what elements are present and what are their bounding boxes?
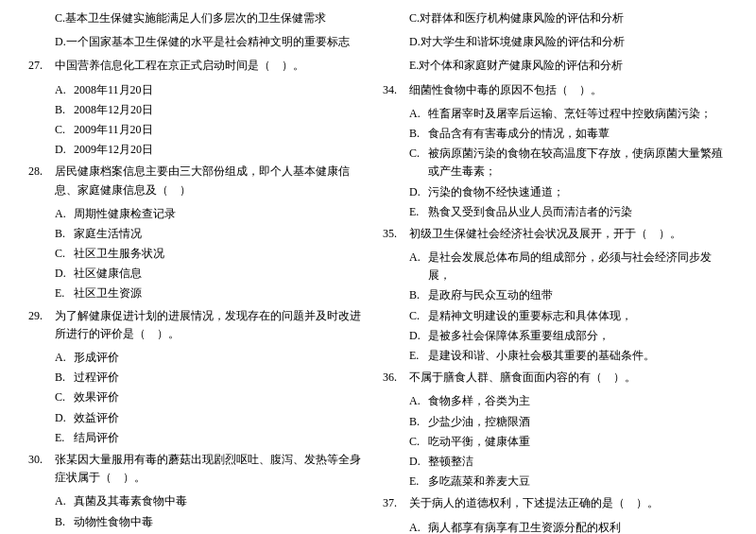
- option-row: A.形成评价: [55, 349, 369, 367]
- question-block: C.对群体和医疗机构健康风险的评估和分析: [383, 9, 728, 27]
- option-label: E.: [409, 347, 428, 365]
- option-row: C.是精神文明建设的重要标志和具体体现，: [409, 307, 728, 325]
- option-text: 污染的食物不经快速通道；: [428, 183, 564, 201]
- option-text: 多吃蔬菜和养麦大豆: [428, 473, 530, 491]
- option-text: 吃动平衡，健康体重: [428, 433, 530, 451]
- question-number-empty: [383, 33, 409, 51]
- question-number: 28.: [28, 163, 55, 198]
- option-text: 形成评价: [74, 349, 119, 367]
- option-label: C.: [55, 245, 74, 263]
- continuation-text: D.对大学生和谐坏境健康风险的评估和分析: [409, 33, 728, 51]
- option-text: 是政府与民众互动的纽带: [428, 286, 553, 304]
- question-block: 35.初级卫生保健社会经济社会状况及展开，开于（ ）。: [383, 225, 728, 243]
- option-label: A.: [409, 105, 428, 123]
- question-number: 36.: [383, 369, 409, 387]
- option-label: A.: [409, 392, 428, 410]
- right-column: C.对群体和医疗机构健康风险的评估和分析D.对大学生和谐坏境健康风险的评估和分析…: [378, 9, 728, 534]
- question-number-empty: [383, 57, 409, 75]
- question-block: 29.为了解健康促进计划的进展情况，发现存在的问题并及时改进所进行的评价是（ ）…: [28, 307, 369, 343]
- options-block: A.形成评价B.过程评价C.效果评价D.效益评价E.结局评价: [55, 349, 369, 447]
- option-label: E.: [55, 429, 74, 447]
- option-row: D.2009年12月20日: [55, 141, 369, 159]
- question-block: 30.张某因大量服用有毒的蘑菇出现剧烈呕吐、腹泻、发热等全身症状属于（ ）。: [28, 451, 369, 487]
- option-label: C.: [409, 307, 428, 325]
- options-block: A.2008年11月20日B.2008年12月20日C.2009年11月20日D…: [55, 81, 369, 160]
- option-text: 是被多社会保障体系重要组成部分，: [428, 327, 610, 345]
- option-row: B.是政府与民众互动的纽带: [409, 286, 728, 304]
- continuation-text: E.对个体和家庭财产健康风险的评估和分析: [409, 57, 728, 75]
- option-row: A.真菌及其毒素食物中毒: [55, 492, 369, 510]
- option-label: B.: [55, 225, 74, 243]
- option-label: A.: [409, 519, 428, 535]
- question-block: 27.中国营养信息化工程在京正式启动时间是（ ）。: [28, 57, 369, 75]
- option-label: B.: [409, 413, 428, 431]
- left-column: C.基本卫生保健实施能满足人们多层次的卫生保健需求D.一个国家基本卫生保健的水平…: [28, 9, 378, 534]
- option-text: 社区卫生服务状况: [74, 245, 164, 263]
- option-row: D.污染的食物不经快速通道；: [409, 183, 728, 201]
- option-row: E.社区卫生资源: [55, 284, 369, 302]
- option-label: B.: [55, 369, 74, 387]
- option-text: 效果评价: [74, 388, 119, 406]
- option-text: 病人都享有病享有卫生资源分配的权利: [428, 519, 621, 535]
- option-text: 2008年12月20日: [74, 101, 153, 119]
- question-text: 不属于膳食人群、膳食面面内容的有（ ）。: [409, 369, 728, 387]
- option-text: 熟食又受到食品从业人员而清洁者的污染: [428, 203, 632, 221]
- option-label: D.: [409, 183, 428, 201]
- options-block: A.真菌及其毒素食物中毒B.动物性食物中毒C.有毒植物食物中毒D.细菌性食物中毒…: [55, 492, 369, 534]
- continuation-text: C.对群体和医疗机构健康风险的评估和分析: [409, 9, 728, 27]
- option-label: B.: [409, 286, 428, 304]
- option-label: B.: [409, 125, 428, 143]
- option-text: 过程评价: [74, 369, 119, 387]
- option-label: D.: [55, 265, 74, 283]
- option-row: B.过程评价: [55, 369, 369, 387]
- question-number: 35.: [383, 225, 409, 243]
- option-text: 是建设和谐、小康社会极其重要的基础条件。: [428, 347, 655, 365]
- option-row: E.多吃蔬菜和养麦大豆: [409, 473, 728, 491]
- option-label: C.: [409, 145, 428, 181]
- option-label: A.: [55, 205, 74, 223]
- option-row: A.病人都享有病享有卫生资源分配的权利: [409, 519, 728, 535]
- question-block: D.一个国家基本卫生保健的水平是社会精神文明的重要标志: [28, 33, 369, 51]
- option-text: 2009年12月20日: [74, 141, 153, 159]
- option-text: 周期性健康检查记录: [74, 205, 176, 223]
- question-number-empty: [383, 9, 409, 27]
- question-text: 张某因大量服用有毒的蘑菇出现剧烈呕吐、腹泻、发热等全身症状属于（ ）。: [55, 451, 369, 487]
- option-text: 整顿整洁: [428, 453, 473, 471]
- question-block: D.对大学生和谐坏境健康风险的评估和分析: [383, 33, 728, 51]
- question-block: C.基本卫生保健实施能满足人们多层次的卫生保健需求: [28, 9, 369, 27]
- option-row: C.效果评价: [55, 388, 369, 406]
- option-text: 家庭生活情况: [74, 225, 142, 243]
- option-row: B.2008年12月20日: [55, 101, 369, 119]
- option-text: 被病原菌污染的食物在较高温度下存放，使病原菌大量繁殖或产生毒素；: [428, 145, 728, 181]
- option-text: 社区健康信息: [74, 265, 142, 283]
- question-block: E.对个体和家庭财产健康风险的评估和分析: [383, 57, 728, 75]
- option-label: C.: [409, 433, 428, 451]
- option-row: C.吃动平衡，健康体重: [409, 433, 728, 451]
- option-row: E.熟食又受到食品从业人员而清洁者的污染: [409, 203, 728, 221]
- option-row: E.是建设和谐、小康社会极其重要的基础条件。: [409, 347, 728, 365]
- option-text: 食物多样，谷类为主: [428, 392, 530, 410]
- question-text: 居民健康档案信息主要由三大部份组成，即个人基本健康信息、家庭健康信息及（ ）: [55, 163, 369, 198]
- option-label: B.: [55, 101, 74, 119]
- option-row: C.被病原菌污染的食物在较高温度下存放，使病原菌大量繁殖或产生毒素；: [409, 145, 728, 181]
- option-text: 真菌及其毒素食物中毒: [74, 492, 187, 510]
- option-text: 效益评价: [74, 409, 119, 427]
- question-text: 初级卫生保健社会经济社会状况及展开，开于（ ）。: [409, 225, 728, 243]
- option-label: A.: [55, 349, 74, 367]
- option-label: D.: [409, 453, 428, 471]
- question-block: 28.居民健康档案信息主要由三大部份组成，即个人基本健康信息、家庭健康信息及（ …: [28, 163, 369, 198]
- option-row: A.牲畜屠宰时及屠宰后运输、烹饪等过程中控败病菌污染；: [409, 105, 728, 123]
- option-row: D.效益评价: [55, 409, 369, 427]
- option-row: A.周期性健康检查记录: [55, 205, 369, 223]
- options-block: A.食物多样，谷类为主B.少盐少油，控糖限酒C.吃动平衡，健康体重D.整顿整洁E…: [409, 392, 728, 491]
- question-text: 中国营养信息化工程在京正式启动时间是（ ）。: [55, 57, 369, 75]
- question-number: 29.: [28, 307, 55, 343]
- options-block: A.是社会发展总体布局的组成部分，必须与社会经济同步发展，B.是政府与民众互动的…: [409, 249, 728, 365]
- question-block: 36.不属于膳食人群、膳食面面内容的有（ ）。: [383, 369, 728, 387]
- option-label: C.: [55, 388, 74, 406]
- option-text: 结局评价: [74, 429, 119, 447]
- option-text: 食品含有有害毒成分的情况，如毒蕈: [428, 125, 610, 143]
- option-label: D.: [55, 141, 74, 159]
- question-number: 37.: [383, 494, 409, 512]
- continuation-text: C.基本卫生保健实施能满足人们多层次的卫生保健需求: [55, 9, 369, 27]
